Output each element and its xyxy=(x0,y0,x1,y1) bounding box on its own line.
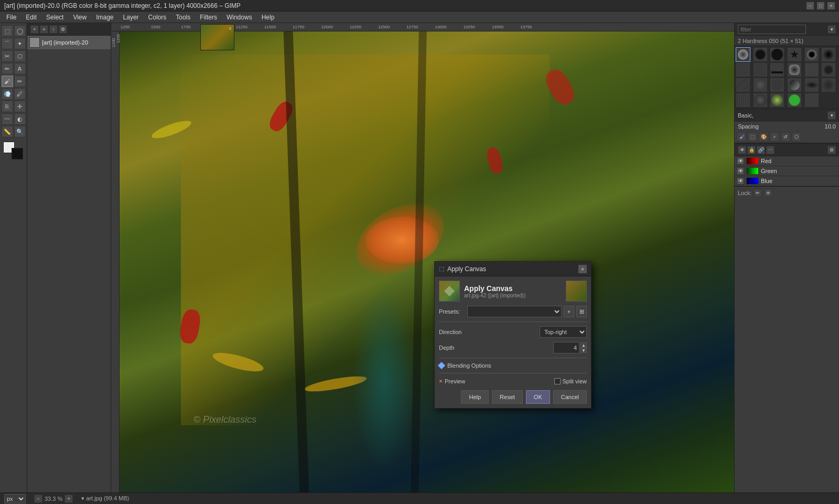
zoom-out-btn[interactable]: − xyxy=(34,495,42,503)
brush-cell[interactable] xyxy=(770,93,784,108)
channel-eye-btn[interactable]: 👁 xyxy=(738,146,746,154)
menu-select[interactable]: Select xyxy=(42,13,68,22)
menu-image[interactable]: Image xyxy=(92,13,117,22)
tool-clone[interactable]: ⎘ xyxy=(2,101,13,112)
tool-airbrush[interactable]: 💨 xyxy=(2,88,13,100)
brush-cell[interactable] xyxy=(736,62,750,77)
tool-ink[interactable]: 🖊 xyxy=(14,88,26,100)
brush-cell[interactable] xyxy=(736,93,750,108)
dialog-close-button[interactable]: × xyxy=(578,265,587,273)
unit-select[interactable]: px in mm xyxy=(4,494,26,503)
layers-new-btn[interactable]: + xyxy=(30,25,39,34)
channel-eye-red[interactable]: 👁 xyxy=(737,157,744,165)
brush-cell[interactable] xyxy=(821,78,836,92)
dialog-depth-down[interactable]: ▼ xyxy=(580,348,587,353)
menu-help[interactable]: Help xyxy=(257,13,279,22)
brush-cell[interactable] xyxy=(736,78,750,92)
to-color-btn[interactable]: 🎨 xyxy=(759,132,768,142)
preview-close[interactable]: × xyxy=(228,26,233,31)
brush-cell[interactable] xyxy=(821,47,836,62)
brush-cell[interactable] xyxy=(787,47,802,62)
dialog-depth-input[interactable] xyxy=(553,342,579,353)
to-paint-btn[interactable]: 🖌 xyxy=(737,132,746,142)
brush-cell[interactable] xyxy=(736,47,750,62)
layer-item[interactable]: [art] (imported)-20 xyxy=(27,36,111,49)
tool-foreground[interactable]: ⬡ xyxy=(14,50,26,62)
minimize-button[interactable]: − xyxy=(806,2,814,9)
tool-rectangle[interactable]: ⬚ xyxy=(2,25,13,37)
layers-settings-btn[interactable]: ⚙ xyxy=(59,25,67,34)
brush-cell[interactable] xyxy=(804,93,819,108)
dialog-presets-select[interactable] xyxy=(467,306,562,317)
menu-tools[interactable]: Tools xyxy=(171,13,195,22)
brush-cell[interactable] xyxy=(753,62,768,77)
tool-paint[interactable]: 🖌 xyxy=(2,76,13,87)
layers-delete-btn[interactable]: × xyxy=(40,25,48,34)
tool-heal[interactable]: ✛ xyxy=(14,101,26,112)
brush-cell[interactable] xyxy=(753,78,768,92)
channel-row-green[interactable]: 👁 Green xyxy=(735,166,839,176)
tool-paths[interactable]: ✏ xyxy=(2,63,13,74)
tool-ellipse[interactable]: ◯ xyxy=(14,25,26,37)
canvas-container[interactable]: © Pixelclassics xyxy=(120,31,734,495)
tool-fuzzy[interactable]: ✦ xyxy=(14,38,26,49)
brush-cell[interactable] xyxy=(804,78,819,92)
dialog-ok-button[interactable]: OK xyxy=(526,390,550,404)
dialog-direction-select[interactable]: Top-right Top-left Bottom-right Bottom-l… xyxy=(540,326,587,338)
brush-cell[interactable] xyxy=(770,78,784,92)
menu-layer[interactable]: Layer xyxy=(119,13,143,22)
channel-row-red[interactable]: 👁 Red xyxy=(735,156,839,166)
dialog-depth-up[interactable]: ▲ xyxy=(580,342,587,348)
brush-cell[interactable] xyxy=(804,62,819,77)
to-x-btn[interactable]: × xyxy=(770,132,779,142)
close-button[interactable]: × xyxy=(827,2,835,9)
tool-text[interactable]: A xyxy=(14,63,26,74)
brush-cell[interactable] xyxy=(787,78,802,92)
menu-file[interactable]: File xyxy=(2,13,20,22)
dialog-preset-add-btn[interactable]: + xyxy=(564,306,574,317)
tool-options-menu-btn[interactable]: ▾ xyxy=(827,111,836,120)
tool-zoom[interactable]: 🔍 xyxy=(14,126,26,137)
tool-pencil[interactable]: ✏ xyxy=(14,76,26,87)
to-refresh-btn[interactable]: ↺ xyxy=(781,132,790,142)
lock-position-btn[interactable]: ✛ xyxy=(764,189,772,197)
dialog-cancel-button[interactable]: Cancel xyxy=(553,390,587,404)
maximize-button[interactable]: □ xyxy=(817,2,824,9)
dialog-preset-manage-btn[interactable]: ⊞ xyxy=(576,306,587,317)
channels-settings-btn[interactable]: ⚙ xyxy=(827,146,836,154)
brush-menu-btn[interactable]: ▾ xyxy=(827,25,836,34)
brush-cell[interactable] xyxy=(753,47,768,62)
menu-view[interactable]: View xyxy=(69,13,91,22)
tool-scissors[interactable]: ✂ xyxy=(2,50,13,62)
dialog-help-button[interactable]: Help xyxy=(461,390,489,404)
brush-filter-input[interactable] xyxy=(738,25,806,34)
brush-cell[interactable] xyxy=(770,47,784,62)
tool-dodge[interactable]: ◐ xyxy=(14,113,26,125)
dialog-split-view-checkbox[interactable] xyxy=(554,378,561,384)
menu-windows[interactable]: Windows xyxy=(222,13,256,22)
channel-link-btn[interactable]: 🔗 xyxy=(757,146,765,154)
lock-pixels-btn[interactable]: ✏ xyxy=(754,189,762,197)
tool-measure[interactable]: 📏 xyxy=(2,126,13,137)
brush-cell[interactable] xyxy=(770,62,784,77)
brush-cell[interactable] xyxy=(787,93,802,108)
brush-cell[interactable] xyxy=(753,93,768,108)
channel-lock-btn[interactable]: 🔒 xyxy=(747,146,756,154)
to-ext-btn[interactable]: ⬡ xyxy=(792,132,801,142)
to-layer-btn[interactable]: ⬚ xyxy=(748,132,757,142)
tool-smudge[interactable]: 〰 xyxy=(2,113,13,125)
zoom-in-btn[interactable]: + xyxy=(64,495,73,503)
dialog-reset-button[interactable]: Reset xyxy=(492,390,523,404)
channel-more-btn[interactable]: ⋯ xyxy=(766,146,775,154)
brush-cell[interactable] xyxy=(787,62,802,77)
brush-cell[interactable] xyxy=(821,62,836,77)
menu-edit[interactable]: Edit xyxy=(21,13,41,22)
menu-filters[interactable]: Filters xyxy=(196,13,221,22)
tool-free-select[interactable]: ⌒ xyxy=(2,38,13,49)
brush-cell[interactable] xyxy=(804,47,819,62)
background-color[interactable] xyxy=(12,148,23,159)
channel-eye-green[interactable]: 👁 xyxy=(737,167,744,175)
channel-eye-blue[interactable]: 👁 xyxy=(737,177,744,185)
channel-row-blue[interactable]: 👁 Blue xyxy=(735,176,839,186)
menu-colors[interactable]: Colors xyxy=(144,13,171,22)
